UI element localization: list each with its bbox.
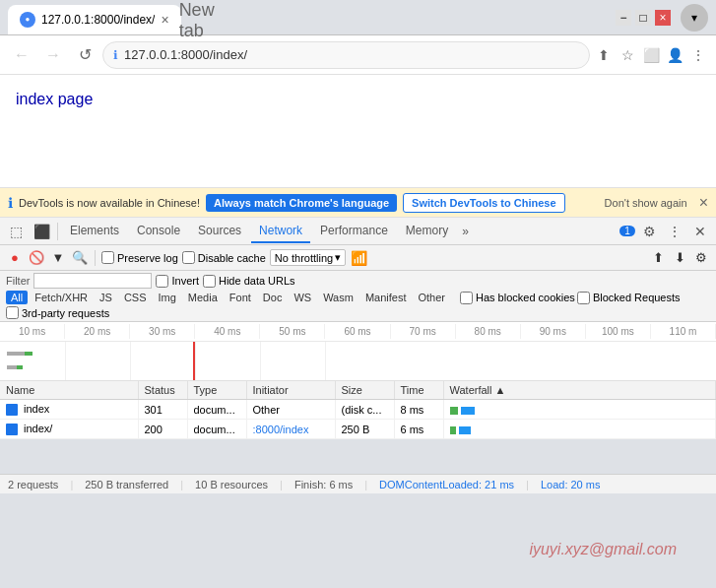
table-row[interactable]: index 301 docum... Other (disk c... 8 ms [0,400,716,420]
blocked-requests-input[interactable] [577,292,590,304]
network-table-container[interactable]: Name Status Type Initiator Size Time Wat… [0,381,716,474]
wf-green-bar-1 [450,407,458,415]
tab-network[interactable]: Network [251,220,310,243]
has-blocked-input[interactable] [460,292,473,304]
timeline-bars [0,342,716,381]
invert-input[interactable] [156,275,168,288]
switch-to-chinese-button[interactable]: Switch DevTools to Chinese [403,193,565,213]
inspect-element-icon[interactable]: ⬚ [4,220,28,243]
col-size[interactable]: Size [335,381,394,400]
tl-current-time-line [193,342,195,381]
dont-show-again-link[interactable]: Don't show again [605,197,687,209]
throttle-dropdown[interactable]: No throttling ▾ [270,249,346,266]
tab-elements[interactable]: Elements [62,220,127,243]
col-waterfall[interactable]: Waterfall ▲ [443,381,716,400]
col-name[interactable]: Name [0,381,138,400]
tab-console[interactable]: Console [129,220,188,243]
filter-manifest-btn[interactable]: Manifest [360,291,412,304]
close-button[interactable]: × [655,10,671,26]
dom-content-loaded[interactable]: DOMContentLoaded: 21 ms [379,479,514,490]
tl-gridline-4 [260,342,261,381]
device-toolbar-icon[interactable]: ⬛ [30,220,53,243]
hide-data-urls-checkbox[interactable]: Hide data URLs [203,275,295,288]
address-bar-row: ← → ↺ ℹ 127.0.0.1:8000/index/ ⬆ ☆ ⬜ 👤 ⋮ [0,35,716,75]
notif-close-button[interactable]: × [699,194,708,212]
url-text: 127.0.0.1:8000/index/ [124,47,579,62]
hide-data-urls-input[interactable] [203,275,216,288]
filter-all-btn[interactable]: All [6,291,28,304]
devtools-close-icon[interactable]: ✕ [688,220,712,243]
tab-bar: ● 127.0.0.1:8000/index/ × New tab [8,1,610,34]
back-button[interactable]: ← [8,41,35,69]
throttle-dropdown-icon: ▾ [335,251,341,264]
filter-doc-btn[interactable]: Doc [258,291,288,304]
col-type[interactable]: Type [187,381,246,400]
load-time[interactable]: Load: 20 ms [541,479,601,490]
preserve-log-input[interactable] [101,251,114,264]
filter-media-btn[interactable]: Media [183,291,223,304]
filter-type-row: All Fetch/XHR JS CSS Img Media Font Doc … [6,289,710,304]
share-icon[interactable]: ⬆ [594,45,614,65]
tab-overflow-btn[interactable]: ▾ [681,4,708,32]
new-tab-button[interactable]: New tab [183,7,211,34]
settings-icon[interactable]: ⚙ [637,220,661,243]
timeline-chart: 10 ms 20 ms 30 ms 40 ms 50 ms 60 ms 70 m… [0,322,716,381]
menu-icon[interactable]: ⋮ [688,45,708,65]
tab-close-btn[interactable]: × [161,12,168,28]
active-tab[interactable]: ● 127.0.0.1:8000/index/ × [8,5,181,34]
address-bar[interactable]: ℹ 127.0.0.1:8000/index/ [102,41,590,69]
tab-search-icon[interactable]: ⬜ [641,45,661,65]
tab-memory[interactable]: Memory [398,220,456,243]
invert-checkbox[interactable]: Invert [156,275,199,288]
file-icon-1 [6,404,18,416]
third-party-checkbox[interactable]: 3rd-party requests [6,306,109,319]
disable-cache-input[interactable] [182,251,195,264]
wifi-icon[interactable]: 📶 [350,249,367,267]
nt-sep1 [95,250,96,266]
preserve-log-checkbox[interactable]: Preserve log [101,251,178,264]
status-bar: 2 requests | 250 B transferred | 10 B re… [0,474,716,493]
col-status[interactable]: Status [138,381,187,400]
always-match-lang-button[interactable]: Always match Chrome's language [206,194,397,212]
filter-wasm-btn[interactable]: Wasm [318,291,358,304]
maximize-button[interactable]: □ [635,10,651,26]
disable-cache-checkbox[interactable]: Disable cache [182,251,266,264]
filter-other-btn[interactable]: Other [413,291,450,304]
bookmark-icon[interactable]: ☆ [618,45,637,65]
tl-bar-gray-2 [7,365,17,369]
wf-blue-bar-1 [461,407,475,415]
filter-css-btn[interactable]: CSS [119,291,152,304]
filter-icon[interactable]: ▼ [49,249,67,267]
tab-performance[interactable]: Performance [312,220,396,243]
table-row[interactable]: index/ 200 docum... :8000/index 250 B 6 … [0,420,716,439]
record-btn[interactable]: ● [6,249,24,267]
filter-img-btn[interactable]: Img [154,291,181,304]
reload-button[interactable]: ↺ [71,41,98,69]
sort-arrow: ▲ [495,384,506,396]
profile-icon[interactable]: 👤 [665,45,684,65]
has-blocked-checkbox[interactable]: Has blocked cookies [460,292,575,304]
download-icon[interactable]: ⬇ [671,249,688,267]
blocked-requests-label: Blocked Requests [593,292,681,303]
third-party-input[interactable] [6,306,19,319]
forward-button[interactable]: → [39,41,67,69]
nt-settings-icon[interactable]: ⚙ [692,249,710,267]
devtools-notification: ℹ DevTools is now available in Chinese! … [0,188,716,218]
blocked-requests-checkbox[interactable]: Blocked Requests [577,292,681,304]
filter-input[interactable] [33,273,152,289]
tab-overflow-btn[interactable]: » [458,221,473,242]
filter-font-btn[interactable]: Font [225,291,256,304]
tab-sources[interactable]: Sources [190,220,249,243]
console-badge: 1 [619,226,635,236]
more-options-icon[interactable]: ⋮ [663,220,686,243]
search-icon[interactable]: 🔍 [71,249,89,267]
col-time[interactable]: Time [394,381,443,400]
clear-btn[interactable]: 🚫 [28,249,45,267]
minimize-button[interactable]: − [616,10,631,26]
filter-bar: Filter Invert Hide data URLs All Fetch/X… [0,271,716,322]
filter-js-btn[interactable]: JS [95,291,117,304]
col-initiator[interactable]: Initiator [246,381,335,400]
upload-icon[interactable]: ⬆ [649,249,667,267]
filter-ws-btn[interactable]: WS [289,291,316,304]
filter-fetch-xhr-btn[interactable]: Fetch/XHR [30,291,93,304]
